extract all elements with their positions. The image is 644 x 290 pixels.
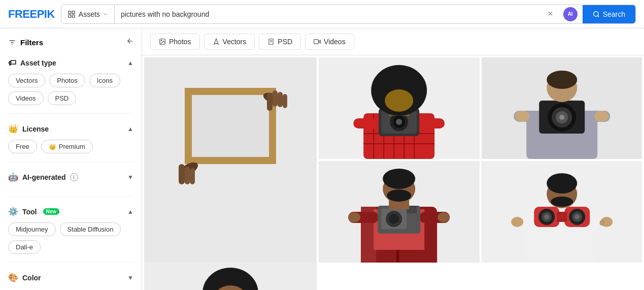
color-icon: 🎨	[8, 273, 18, 282]
svg-rect-1	[72, 11, 75, 14]
svg-rect-25	[179, 164, 185, 184]
search-icon	[593, 11, 600, 18]
filter-tag-videos[interactable]: Videos	[8, 91, 44, 105]
filter-section-tool-title: ⚙️ Tool New	[8, 207, 59, 216]
svg-rect-2	[69, 15, 71, 17]
svg-line-5	[597, 15, 599, 17]
svg-rect-23	[185, 157, 276, 164]
tab-bar: Photos Vectors PSD Videos	[142, 28, 644, 55]
sidebar: Filters 🏷 Asset type ▲ Vectors Photos Ic…	[0, 28, 142, 290]
search-type-selector[interactable]: Assets	[61, 5, 115, 23]
svg-point-60	[515, 111, 529, 122]
license-icon: 👑	[8, 124, 18, 134]
license-chevron-icon: ▲	[127, 125, 133, 133]
filter-section-license-header[interactable]: 👑 License ▲	[8, 124, 133, 134]
search-type-label: Assets	[79, 10, 100, 18]
svg-point-4	[593, 11, 598, 16]
search-button-label: Search	[603, 10, 625, 18]
filters-icon	[8, 39, 16, 47]
search-button[interactable]: Search	[583, 5, 635, 24]
svg-rect-86	[557, 212, 567, 222]
image-cell-1[interactable]	[144, 57, 317, 263]
image-cell-4[interactable]	[319, 161, 480, 263]
image-cell-6[interactable]	[144, 263, 317, 290]
svg-marker-16	[318, 40, 320, 43]
content-area: Photos Vectors PSD Videos	[142, 28, 644, 290]
filter-section-ai-generated: 🤖 AI-generated i ▼	[8, 172, 133, 197]
ai-generated-section-icon: 🤖	[8, 172, 18, 182]
color-chevron-icon: ▼	[127, 274, 133, 281]
svg-point-89	[544, 214, 549, 219]
svg-rect-3	[72, 15, 75, 17]
filter-section-color-title: 🎨 Color	[8, 273, 41, 282]
svg-point-63	[547, 71, 577, 89]
videos-tab-icon	[314, 38, 321, 45]
svg-point-93	[511, 217, 523, 227]
svg-point-80	[387, 189, 411, 202]
svg-rect-22	[185, 88, 276, 95]
photos-tab-icon	[159, 38, 166, 45]
svg-rect-98	[600, 221, 604, 225]
license-tags: Free 👑 Premium	[8, 140, 133, 153]
info-icon[interactable]: i	[70, 173, 78, 181]
svg-point-96	[551, 197, 573, 207]
sidebar-collapse-button[interactable]	[124, 37, 133, 48]
svg-point-75	[348, 212, 360, 222]
image-grid-row2	[142, 263, 644, 290]
image-6-svg	[144, 263, 317, 290]
filter-section-color: 🎨 Color ▼	[8, 273, 133, 290]
assets-icon	[67, 10, 76, 18]
image-3-svg	[482, 57, 642, 159]
svg-marker-12	[214, 39, 218, 44]
filter-tag-premium[interactable]: 👑 Premium	[41, 140, 93, 153]
asset-type-tags: Vectors Photos Icons Videos PSD	[8, 74, 133, 105]
filter-tag-stable-diffusion[interactable]: Stable Diffusion	[60, 222, 121, 236]
filter-tag-midjourney[interactable]: Midjourney	[8, 222, 56, 236]
image-cell-3[interactable]	[482, 57, 642, 159]
svg-point-51	[385, 89, 413, 112]
collapse-icon	[124, 37, 133, 46]
filter-section-color-header[interactable]: 🎨 Color ▼	[8, 273, 133, 282]
filter-tag-free[interactable]: Free	[8, 140, 37, 153]
filter-section-tool-header[interactable]: ⚙️ Tool New ▲	[8, 207, 133, 216]
logo[interactable]: FREEPIK	[8, 8, 55, 21]
dropdown-arrow-icon	[103, 12, 108, 17]
svg-point-97	[547, 173, 577, 194]
search-input[interactable]	[115, 10, 543, 18]
filter-tag-photos[interactable]: Photos	[49, 74, 85, 87]
svg-rect-32	[283, 94, 287, 108]
tool-chevron-icon: ▲	[127, 208, 133, 215]
sidebar-title: Filters	[8, 38, 43, 47]
tab-vectors[interactable]: Vectors	[204, 34, 255, 50]
tab-psd[interactable]: PSD	[259, 34, 301, 50]
image-cell-2[interactable]	[319, 57, 480, 159]
vectors-tab-icon	[213, 38, 220, 45]
svg-point-76	[437, 212, 450, 222]
new-badge: New	[43, 208, 60, 215]
tab-videos[interactable]: Videos	[305, 34, 354, 50]
asset-type-icon: 🏷	[8, 58, 16, 68]
filters-title: Filters	[20, 38, 43, 47]
ai-icon-img: AI	[563, 7, 578, 21]
filter-section-ai-header[interactable]: 🤖 AI-generated i ▼	[8, 172, 133, 182]
filter-tag-psd[interactable]: PSD	[48, 91, 77, 105]
filter-tag-dall-e[interactable]: Dall-e	[8, 240, 41, 254]
clear-search-button[interactable]: ×	[543, 9, 558, 19]
ai-icon-button[interactable]: AI	[558, 7, 583, 21]
svg-rect-20	[185, 88, 192, 164]
svg-point-92	[574, 214, 580, 219]
tab-videos-label: Videos	[324, 38, 346, 46]
svg-point-11	[161, 40, 162, 41]
svg-rect-29	[267, 93, 273, 111]
filter-tag-icons[interactable]: Icons	[89, 74, 120, 87]
filter-section-ai-title: 🤖 AI-generated i	[8, 172, 78, 182]
svg-rect-19	[192, 95, 269, 157]
image-cell-5[interactable]	[482, 161, 642, 263]
filter-tag-vectors[interactable]: Vectors	[8, 74, 45, 87]
image-5-svg	[482, 161, 642, 263]
image-4-svg	[319, 161, 480, 263]
asset-type-chevron-icon: ▲	[127, 59, 133, 67]
tab-photos[interactable]: Photos	[150, 34, 200, 50]
filter-section-asset-type-header[interactable]: 🏷 Asset type ▲	[8, 58, 133, 68]
svg-point-48	[396, 119, 402, 125]
